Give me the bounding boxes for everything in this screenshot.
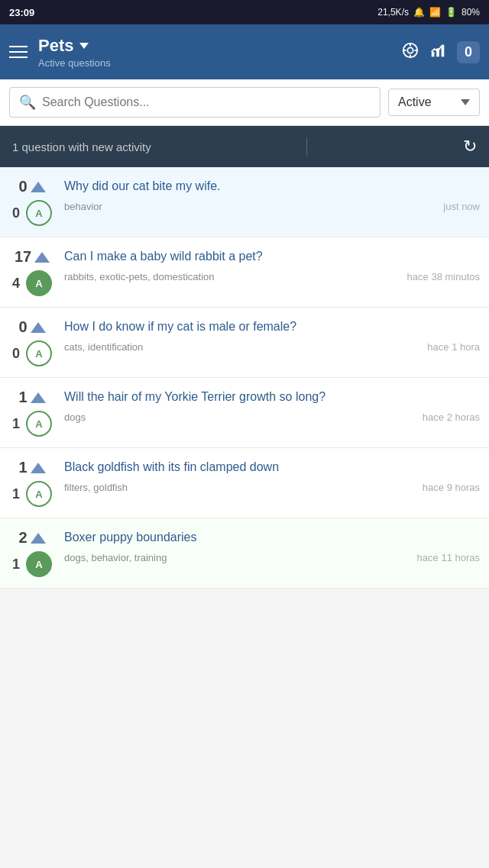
question-item[interactable]: 2 1 A Boxer puppy boundaries dogs, behav… bbox=[0, 518, 489, 589]
svg-point-1 bbox=[407, 47, 413, 53]
question-content: Why did our cat bite my wife. behavior j… bbox=[64, 178, 480, 226]
target-icon[interactable] bbox=[402, 42, 419, 62]
votes-col: 1 1 A bbox=[9, 459, 55, 507]
upvote-icon bbox=[31, 533, 46, 544]
answer-badge: A bbox=[26, 481, 52, 507]
question-meta: filters, goldfish hace 9 horas bbox=[64, 482, 480, 493]
question-content: Will the hair of my Yorkie Terrier growt… bbox=[64, 389, 480, 437]
filter-dropdown[interactable]: Active bbox=[388, 89, 480, 116]
upvote-icon bbox=[31, 392, 46, 403]
battery-icon: 🔋 bbox=[445, 7, 457, 18]
wifi-icon: 📶 bbox=[429, 7, 441, 18]
question-content: Black goldfish with its fin clamped down… bbox=[64, 459, 480, 507]
votes-col: 2 1 A bbox=[9, 529, 55, 577]
battery-percent: 80% bbox=[461, 7, 480, 18]
question-content: Can I make a baby wild rabbit a pet? rab… bbox=[64, 248, 480, 296]
vote-count: 17 bbox=[15, 248, 31, 266]
question-meta: behavior just now bbox=[64, 201, 480, 212]
votes-col: 17 4 A bbox=[9, 248, 55, 296]
answer-badge: A bbox=[26, 551, 52, 577]
question-item[interactable]: 1 1 A Will the hair of my Yorkie Terrier… bbox=[0, 378, 489, 448]
question-title[interactable]: How I do know if my cat is male or femal… bbox=[64, 318, 480, 335]
status-right: 21,5K/s 🔔 📶 🔋 80% bbox=[377, 7, 480, 18]
question-tags: cats, identification bbox=[64, 341, 143, 353]
question-tags: filters, goldfish bbox=[64, 482, 128, 493]
upvote-icon bbox=[34, 252, 50, 263]
question-tags: rabbits, exotic-pets, domestication bbox=[64, 271, 215, 282]
filter-label: Active bbox=[398, 95, 432, 109]
banner-divider bbox=[306, 137, 307, 156]
votes-col: 0 0 A bbox=[9, 178, 55, 226]
network-speed: 21,5K/s bbox=[377, 7, 409, 18]
vote-count: 0 bbox=[18, 178, 27, 195]
answer-badge: A bbox=[26, 340, 52, 366]
question-item[interactable]: 17 4 A Can I make a baby wild rabbit a p… bbox=[0, 237, 489, 308]
answer-count: 4 bbox=[12, 276, 20, 292]
question-time: hace 38 minutos bbox=[407, 271, 480, 282]
question-list: 0 0 A Why did our cat bite my wife. beha… bbox=[0, 167, 489, 589]
question-tags: dogs, behavior, training bbox=[64, 552, 167, 563]
title-dropdown-arrow[interactable] bbox=[79, 43, 89, 49]
search-bar: 🔍 Active bbox=[0, 79, 489, 126]
refresh-icon[interactable]: ↻ bbox=[463, 137, 477, 156]
app-header: Pets Active questions 0 bbox=[0, 24, 489, 79]
question-item[interactable]: 1 1 A Black goldfish with its fin clampe… bbox=[0, 448, 489, 518]
question-meta: rabbits, exotic-pets, domestication hace… bbox=[64, 271, 480, 282]
app-title: Pets bbox=[38, 36, 391, 56]
question-item[interactable]: 0 0 A Why did our cat bite my wife. beha… bbox=[0, 167, 489, 237]
question-time: hace 2 horas bbox=[423, 411, 480, 423]
vote-count: 2 bbox=[18, 529, 27, 547]
notification-badge[interactable]: 0 bbox=[457, 41, 480, 63]
search-icon: 🔍 bbox=[19, 94, 36, 111]
answer-count: 0 bbox=[12, 205, 20, 221]
chart-icon[interactable] bbox=[429, 42, 446, 62]
question-title[interactable]: Boxer puppy boundaries bbox=[64, 529, 480, 546]
question-title[interactable]: Why did our cat bite my wife. bbox=[64, 178, 480, 195]
question-content: How I do know if my cat is male or femal… bbox=[64, 318, 480, 366]
activity-banner: 1 question with new activity ↻ bbox=[0, 126, 489, 167]
hamburger-menu[interactable] bbox=[9, 46, 28, 58]
question-time: hace 9 horas bbox=[423, 482, 480, 493]
answer-count: 1 bbox=[12, 416, 20, 432]
upvote-icon bbox=[31, 322, 46, 333]
status-time: 23:09 bbox=[9, 7, 34, 18]
upvote-icon bbox=[31, 182, 46, 192]
vote-count: 1 bbox=[18, 459, 27, 476]
answer-badge: A bbox=[26, 411, 52, 437]
question-meta: dogs, behavior, training hace 11 horas bbox=[64, 552, 480, 563]
question-meta: cats, identification hace 1 hora bbox=[64, 341, 480, 353]
question-tags: dogs bbox=[64, 411, 86, 423]
signal-icon: 🔔 bbox=[413, 7, 425, 18]
question-title[interactable]: Black goldfish with its fin clamped down bbox=[64, 459, 480, 476]
question-title[interactable]: Will the hair of my Yorkie Terrier growt… bbox=[64, 389, 480, 405]
search-input[interactable] bbox=[42, 95, 371, 109]
question-content: Boxer puppy boundaries dogs, behavior, t… bbox=[64, 529, 480, 577]
header-title-block: Pets Active questions bbox=[38, 36, 391, 69]
question-time: hace 11 horas bbox=[417, 552, 480, 563]
answer-count: 1 bbox=[12, 557, 20, 573]
answer-badge: A bbox=[26, 270, 52, 296]
question-time: hace 1 hora bbox=[427, 341, 480, 353]
filter-dropdown-arrow bbox=[461, 99, 470, 105]
answer-count: 0 bbox=[12, 346, 20, 362]
status-bar: 23:09 21,5K/s 🔔 📶 🔋 80% bbox=[0, 0, 489, 24]
vote-count: 0 bbox=[18, 318, 27, 336]
search-input-wrap[interactable]: 🔍 bbox=[9, 87, 381, 118]
question-item[interactable]: 0 0 A How I do know if my cat is male or… bbox=[0, 308, 489, 378]
upvote-icon bbox=[31, 463, 46, 473]
question-tags: behavior bbox=[64, 201, 102, 212]
header-subtitle: Active questions bbox=[38, 57, 391, 69]
svg-rect-6 bbox=[432, 52, 435, 56]
question-time: just now bbox=[443, 201, 480, 212]
answer-count: 1 bbox=[12, 486, 20, 502]
answer-badge: A bbox=[26, 200, 52, 226]
activity-text: 1 question with new activity bbox=[12, 140, 151, 153]
vote-count: 1 bbox=[18, 389, 27, 406]
header-actions: 0 bbox=[402, 41, 480, 63]
question-title[interactable]: Can I make a baby wild rabbit a pet? bbox=[64, 248, 480, 265]
votes-col: 1 1 A bbox=[9, 389, 55, 437]
votes-col: 0 0 A bbox=[9, 318, 55, 366]
question-meta: dogs hace 2 horas bbox=[64, 411, 480, 423]
